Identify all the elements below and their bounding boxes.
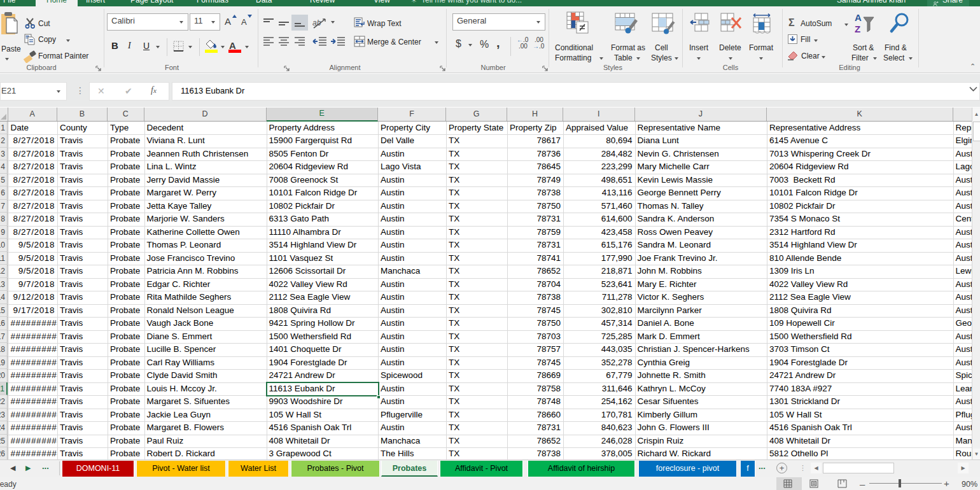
svg-text:A: A — [855, 12, 862, 23]
svg-text:Z: Z — [855, 24, 860, 34]
